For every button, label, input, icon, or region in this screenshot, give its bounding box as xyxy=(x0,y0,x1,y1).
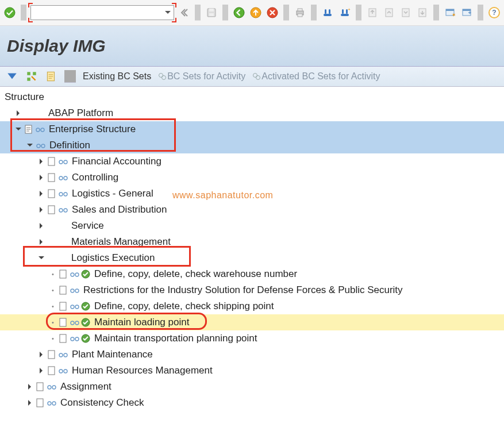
last-page-icon[interactable] xyxy=(415,5,429,20)
tree-node-service[interactable]: Service xyxy=(0,218,504,234)
help-icon[interactable]: ? xyxy=(487,5,501,20)
next-page-icon[interactable] xyxy=(399,5,413,20)
bc-sets-activity-link[interactable]: BC Sets for Activity xyxy=(158,71,245,82)
glasses-icon[interactable] xyxy=(70,301,80,311)
glasses-icon[interactable] xyxy=(58,349,68,360)
expand-all-icon[interactable] xyxy=(6,70,18,83)
doc-icon[interactable] xyxy=(47,365,57,376)
doc-icon[interactable] xyxy=(47,349,57,360)
page-title: Display IMG xyxy=(7,36,497,56)
svg-rect-64 xyxy=(60,318,66,326)
tree-node-materials-management[interactable]: Materials Management xyxy=(0,234,504,250)
svg-rect-9 xyxy=(298,14,302,17)
execute-icon[interactable] xyxy=(80,269,91,279)
glasses-icon[interactable] xyxy=(58,156,68,167)
expand-icon[interactable] xyxy=(37,173,46,182)
expand-icon[interactable] xyxy=(37,237,46,247)
collapse-icon[interactable] xyxy=(177,5,191,20)
glasses-icon[interactable] xyxy=(70,317,80,328)
expand-icon[interactable] xyxy=(14,109,23,118)
expand-icon[interactable] xyxy=(37,350,46,359)
tree-node-restrictions-defense[interactable]: Restrictions for the Industry Solution f… xyxy=(0,282,504,298)
layout-icon[interactable] xyxy=(460,5,474,20)
note-icon[interactable] xyxy=(45,70,57,83)
tree-node-maintain-loading-point[interactable]: Maintain loading point xyxy=(0,314,504,330)
tree-node-assignment[interactable]: Assignment xyxy=(0,379,504,395)
glasses-icon[interactable] xyxy=(47,382,57,392)
exit-icon[interactable] xyxy=(249,5,263,20)
tree-node-human-resources[interactable]: Human Resources Management xyxy=(0,363,504,379)
execute-icon[interactable] xyxy=(80,317,91,328)
glasses-icon[interactable] xyxy=(70,333,80,344)
tree-node-abap[interactable]: ABAP Platform xyxy=(0,105,504,121)
svg-rect-13 xyxy=(342,9,344,14)
activated-bc-sets-link[interactable]: Activated BC Sets for Activity xyxy=(252,71,380,82)
leaf-icon xyxy=(48,286,57,295)
glasses-icon[interactable] xyxy=(58,188,68,199)
glasses-icon[interactable] xyxy=(58,172,68,183)
glasses-icon[interactable] xyxy=(58,205,68,215)
leaf-icon xyxy=(48,270,57,279)
tree-node-logistics-execution[interactable]: Logistics Execution xyxy=(0,250,504,266)
glasses-icon[interactable] xyxy=(35,124,45,134)
command-field[interactable] xyxy=(30,5,174,20)
glasses-icon[interactable] xyxy=(47,398,57,408)
tree-node-define-warehouse[interactable]: Define, copy, delete, check warehouse nu… xyxy=(0,266,504,282)
collapse-icon[interactable] xyxy=(14,125,23,134)
tree-node-controlling[interactable]: Controlling xyxy=(0,170,504,186)
glasses-icon[interactable] xyxy=(70,269,80,279)
doc-icon[interactable] xyxy=(59,285,69,295)
tree-node-consistency-check[interactable]: Consistency Check xyxy=(0,395,504,411)
tree-label: Logistics Execution xyxy=(71,252,155,264)
doc-icon[interactable] xyxy=(47,172,57,183)
glasses-icon[interactable] xyxy=(70,285,80,295)
glasses-icon[interactable] xyxy=(36,140,46,151)
doc-icon[interactable] xyxy=(59,301,69,311)
save-icon[interactable] xyxy=(205,5,218,20)
expand-icon[interactable] xyxy=(37,189,46,198)
tree-node-definition[interactable]: Definition xyxy=(0,137,504,153)
execute-icon[interactable] xyxy=(80,301,91,311)
expand-icon[interactable] xyxy=(25,382,34,391)
collapse-icon[interactable] xyxy=(25,141,34,150)
back-icon[interactable] xyxy=(232,5,246,20)
doc-icon[interactable] xyxy=(24,124,34,134)
doc-icon[interactable] xyxy=(59,317,69,328)
tree-node-sales-distribution[interactable]: Sales and Distribution xyxy=(0,202,504,218)
doc-icon[interactable] xyxy=(59,269,69,279)
svg-point-54 xyxy=(71,273,74,276)
find-next-icon[interactable]: + xyxy=(338,5,352,20)
expand-icon[interactable] xyxy=(37,205,46,214)
existing-bc-sets-link[interactable]: Existing BC Sets xyxy=(83,71,151,82)
tree-node-maintain-transportation[interactable]: Maintain transportation planning point xyxy=(0,330,504,347)
tree-node-logistics-general[interactable]: Logistics - General xyxy=(0,186,504,202)
first-page-icon[interactable] xyxy=(366,5,379,20)
tree-node-define-shipping-point[interactable]: Define, copy, delete, check shipping poi… xyxy=(0,298,504,314)
expand-icon[interactable] xyxy=(37,221,46,230)
tree-node-plant-maintenance[interactable]: Plant Maintenance xyxy=(0,347,504,363)
collapse-icon[interactable] xyxy=(37,253,46,263)
doc-icon[interactable] xyxy=(36,398,46,408)
new-session-icon[interactable]: ✶ xyxy=(443,5,457,20)
ok-icon[interactable] xyxy=(3,5,17,20)
doc-icon[interactable] xyxy=(47,188,57,199)
position-icon[interactable] xyxy=(25,70,38,83)
glasses-icon[interactable] xyxy=(58,365,68,376)
print-icon[interactable] xyxy=(293,5,307,20)
prev-page-icon[interactable] xyxy=(382,5,396,20)
expand-icon[interactable] xyxy=(37,366,46,375)
tree-node-financial-accounting[interactable]: Financial Accounting xyxy=(0,153,504,170)
doc-icon[interactable] xyxy=(47,156,57,167)
find-icon[interactable] xyxy=(321,5,334,20)
svg-rect-72 xyxy=(48,351,55,359)
execute-icon[interactable] xyxy=(80,333,91,344)
svg-point-74 xyxy=(64,353,67,357)
svg-point-0 xyxy=(5,7,15,18)
doc-icon[interactable] xyxy=(59,333,69,344)
doc-icon[interactable] xyxy=(47,205,57,215)
tree-node-enterprise-structure[interactable]: Enterprise Structure xyxy=(0,121,504,137)
cancel-icon[interactable] xyxy=(266,5,279,20)
expand-icon[interactable] xyxy=(25,398,34,407)
expand-icon[interactable] xyxy=(37,157,46,166)
doc-icon[interactable] xyxy=(36,382,46,392)
